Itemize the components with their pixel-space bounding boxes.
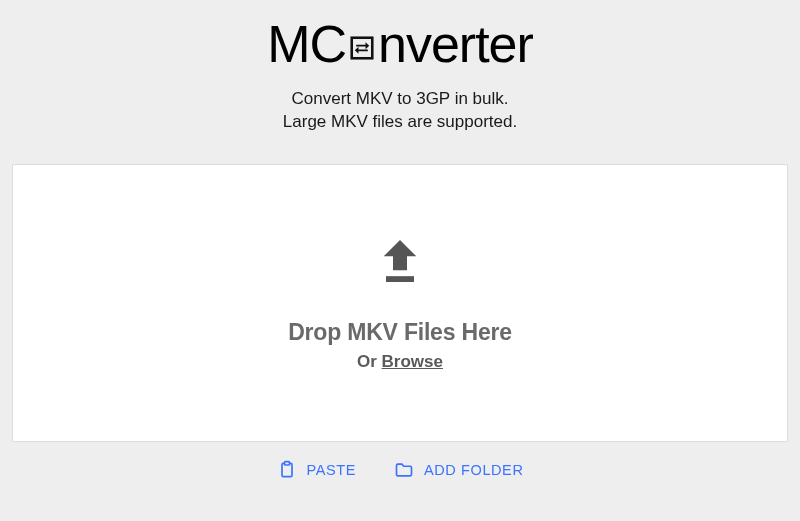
- clipboard-icon: [277, 460, 297, 480]
- svg-rect-0: [352, 38, 373, 59]
- paste-label: PASTE: [307, 462, 356, 478]
- page: MC nverter Convert MKV to 3GP in bulk. L…: [0, 0, 800, 521]
- add-folder-label: ADD FOLDER: [424, 462, 523, 478]
- tagline-line-1: Convert MKV to 3GP in bulk.: [283, 88, 517, 111]
- tagline-line-2: Large MKV files are supported.: [283, 111, 517, 134]
- logo-text-right: nverter: [378, 18, 533, 70]
- browse-link[interactable]: Browse: [382, 352, 443, 371]
- add-folder-button[interactable]: ADD FOLDER: [394, 460, 523, 480]
- folder-icon: [394, 460, 414, 480]
- file-dropzone[interactable]: Drop MKV Files Here Or Browse: [12, 164, 788, 442]
- app-logo: MC nverter: [267, 18, 533, 70]
- tagline: Convert MKV to 3GP in bulk. Large MKV fi…: [283, 88, 517, 134]
- dropzone-or: Or: [357, 352, 382, 371]
- upload-icon: [372, 233, 428, 293]
- svg-rect-3: [284, 462, 289, 465]
- dropzone-actions: PASTE ADD FOLDER: [277, 460, 524, 480]
- swap-icon: [348, 34, 376, 62]
- logo-text-left: MC: [267, 18, 346, 70]
- paste-button[interactable]: PASTE: [277, 460, 356, 480]
- svg-rect-1: [386, 277, 414, 283]
- dropzone-title: Drop MKV Files Here: [288, 319, 512, 346]
- dropzone-subtitle: Or Browse: [357, 352, 443, 372]
